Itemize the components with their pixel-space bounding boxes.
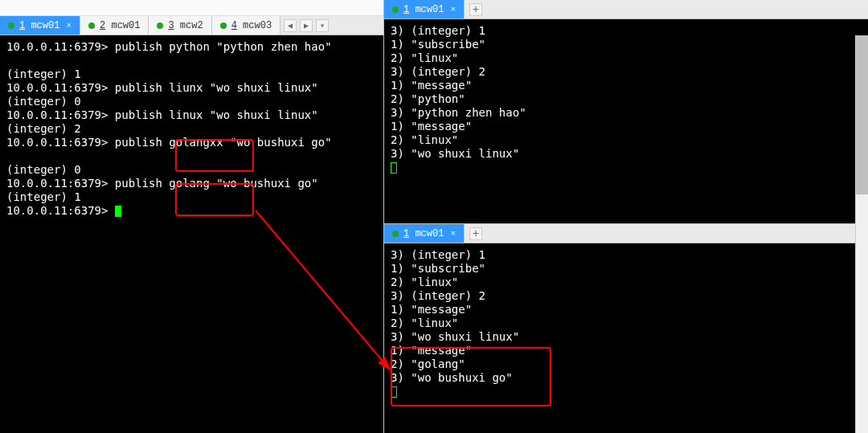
terminal-line: (integer) 0 bbox=[6, 163, 377, 177]
terminal-line: 1) "message" bbox=[391, 344, 862, 357]
connection-status-icon bbox=[392, 231, 399, 237]
tab-next-button[interactable]: ▶ bbox=[300, 19, 313, 32]
terminal-line: 10.0.0.11:6379> publish python "python z… bbox=[6, 40, 377, 54]
close-icon[interactable]: × bbox=[450, 229, 456, 239]
new-tab-button[interactable]: + bbox=[469, 3, 482, 16]
left-tab-bar: 1 mcw01×2 mcw013 mcw24 mcw03 ◀ ▶ ▾ bbox=[0, 16, 383, 35]
new-tab-button[interactable]: + bbox=[469, 227, 482, 240]
terminal-line: 10.0.0.11:6379> publish golangxx "wo bus… bbox=[6, 136, 377, 149]
tab-label: 1 mcw01 bbox=[403, 4, 444, 15]
tab-label: 4 mcw03 bbox=[231, 20, 272, 31]
terminal-line: 3) "wo bushuxi go" bbox=[391, 371, 862, 385]
terminal-line: (integer) 1 bbox=[6, 190, 377, 204]
terminal-line: 1) "message" bbox=[391, 79, 862, 92]
terminal-line: 3) (integer) 1 bbox=[391, 24, 862, 38]
tab-mcw01[interactable]: 1 mcw01× bbox=[384, 224, 465, 243]
terminal-line: (integer) 1 bbox=[6, 67, 377, 81]
tool-strip bbox=[0, 0, 383, 16]
connection-status-icon bbox=[88, 22, 95, 29]
terminal-line: 3) "python zhen hao" bbox=[391, 106, 862, 120]
cursor bbox=[391, 162, 397, 174]
terminal-line bbox=[391, 161, 862, 174]
terminal-line: 2) "linux" bbox=[391, 317, 862, 330]
terminal-line: 1) "subscribe" bbox=[391, 262, 862, 276]
terminal-line: 10.0.0.11:6379> publish linux "wo shuxi … bbox=[6, 108, 377, 122]
terminal-line bbox=[6, 54, 377, 67]
terminal-line: (integer) 2 bbox=[6, 122, 377, 136]
terminal-line: 1) "subscribe" bbox=[391, 38, 862, 51]
tab-mcw01[interactable]: 1 mcw01× bbox=[384, 0, 465, 18]
terminal-line: 2) "golang" bbox=[391, 357, 862, 371]
terminal-line: 10.0.0.11:6379> publish golang "wo bushu… bbox=[6, 177, 377, 190]
tab-label: 1 mcw01 bbox=[403, 228, 444, 239]
tab-mcw01[interactable]: 1 mcw01× bbox=[0, 16, 80, 35]
terminal-line bbox=[6, 149, 377, 163]
terminal-line: 1) "message" bbox=[391, 303, 862, 317]
right-top-tab-bar: 1 mcw01× + bbox=[384, 0, 868, 19]
terminal-line: 2) "python" bbox=[391, 92, 862, 106]
terminal-line: (integer) 0 bbox=[6, 95, 377, 108]
terminal-line: 3) (integer) 2 bbox=[391, 289, 862, 303]
tab-prev-button[interactable]: ◀ bbox=[284, 19, 297, 32]
terminal-line: 2) "linux" bbox=[391, 133, 862, 147]
connection-status-icon bbox=[220, 22, 227, 29]
terminal-line: 10.0.0.11:6379> bbox=[6, 204, 377, 218]
left-terminal[interactable]: 10.0.0.11:6379> publish python "python z… bbox=[0, 35, 383, 433]
terminal-line: 2) "linux" bbox=[391, 276, 862, 289]
terminal-line: 3) (integer) 2 bbox=[391, 65, 862, 79]
right-bottom-tab-bar: 1 mcw01× + bbox=[384, 224, 868, 243]
terminal-line: 3) "wo shuxi linux" bbox=[391, 330, 862, 344]
terminal-line: 1) "message" bbox=[391, 120, 862, 133]
tab-label: 1 mcw01 bbox=[19, 20, 59, 31]
right-bottom-terminal[interactable]: 3) (integer) 11) "subscribe"2) "linux"3)… bbox=[384, 243, 868, 433]
connection-status-icon bbox=[392, 6, 399, 13]
terminal-line: 2) "linux" bbox=[391, 51, 862, 65]
close-icon[interactable]: × bbox=[450, 5, 456, 14]
terminal-line bbox=[391, 385, 862, 398]
tab-mcw2[interactable]: 3 mcw2 bbox=[149, 16, 211, 35]
tab-mcw01[interactable]: 2 mcw01 bbox=[80, 16, 149, 35]
terminal-line: 10.0.0.11:6379> publish liunx "wo shuxi … bbox=[6, 81, 377, 95]
scrollbar[interactable] bbox=[855, 35, 868, 433]
cursor bbox=[115, 206, 121, 217]
connection-status-icon bbox=[157, 22, 163, 29]
terminal-line: 3) (integer) 1 bbox=[391, 248, 862, 262]
tab-nav: ◀ ▶ ▾ bbox=[284, 19, 329, 32]
terminal-line: 3) "wo shuxi linux" bbox=[391, 147, 862, 161]
right-top-terminal[interactable]: 3) (integer) 11) "subscribe"2) "linux"3)… bbox=[384, 19, 868, 223]
tab-list-button[interactable]: ▾ bbox=[316, 19, 329, 32]
tab-label: 2 mcw01 bbox=[100, 20, 140, 31]
connection-status-icon bbox=[8, 22, 14, 29]
cursor bbox=[391, 386, 397, 398]
tab-mcw03[interactable]: 4 mcw03 bbox=[212, 16, 280, 35]
close-icon[interactable]: × bbox=[66, 21, 72, 31]
tab-label: 3 mcw2 bbox=[168, 20, 203, 31]
